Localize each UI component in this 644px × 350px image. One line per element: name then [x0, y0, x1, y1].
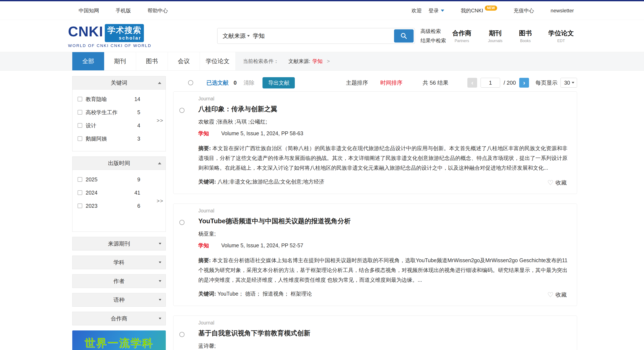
- expand-icon[interactable]: [159, 243, 161, 244]
- recharge-link[interactable]: 充值中心: [514, 7, 534, 14]
- expand-icon[interactable]: [159, 318, 161, 319]
- header-nav-item[interactable]: 图书 Books: [519, 29, 532, 43]
- result-title[interactable]: 八桂印象：传承与创新之翼: [198, 105, 568, 114]
- topbar-link[interactable]: 中国知网: [79, 7, 99, 14]
- filter-panel: 出版时间 2025 9 2024 41 2023 6 >>: [72, 157, 166, 232]
- login-link[interactable]: 登录: [428, 7, 444, 14]
- result-abstract: 摘要: 本文旨在分析德语社交媒体上知名博主在提到中国相关议题时所选取的不同视角，…: [198, 255, 568, 285]
- result-title[interactable]: 基于自我意识视角下学前教育模式创新: [198, 329, 568, 338]
- result-title[interactable]: YouTube德语频道中与中国相关议题的报道视角分析: [198, 217, 568, 226]
- expand-icon[interactable]: [159, 299, 161, 301]
- page-total: / 200: [504, 80, 516, 86]
- favorite-button[interactable]: 收藏: [547, 291, 567, 298]
- facet-item[interactable]: 高校学生工作 5: [78, 106, 160, 119]
- promo-banner[interactable]: 世界一流学科 全球学术快报: [72, 330, 166, 350]
- prev-page-button[interactable]: [468, 78, 477, 88]
- result-authors[interactable]: 农敏霞 ;张燕秋 ;马琪 ;公曦红;: [198, 118, 568, 125]
- facet-item[interactable]: 2025 9: [78, 173, 160, 186]
- search-icon: [400, 32, 408, 40]
- checkbox-icon[interactable]: [78, 136, 82, 141]
- sort-by-time[interactable]: 时间排序: [380, 79, 402, 87]
- header-nav-item[interactable]: 学位论文 EDT: [548, 29, 574, 43]
- result-select-radio[interactable]: [180, 220, 184, 225]
- filter-panel-header[interactable]: 关键词: [72, 76, 166, 90]
- search-option-links: 高级检索 结果中检索: [420, 27, 446, 45]
- filter-panel: 语种: [72, 293, 166, 307]
- export-button[interactable]: 导出文献: [262, 77, 295, 89]
- result-authors[interactable]: 蓝诗馨;: [198, 342, 568, 349]
- tab-会议[interactable]: 会议: [168, 52, 200, 70]
- checkbox-icon[interactable]: [78, 110, 82, 115]
- search-input[interactable]: [253, 28, 415, 44]
- filter-panel-title: 合作商: [111, 315, 127, 322]
- search-box: 文献来源: [217, 28, 415, 44]
- facet-item[interactable]: 鹅腿阿姨 3: [78, 132, 160, 145]
- checkbox-icon[interactable]: [78, 177, 82, 182]
- tab-图书[interactable]: 图书: [136, 52, 168, 70]
- search-button[interactable]: [394, 29, 414, 43]
- filter-panel-header[interactable]: 语种: [72, 293, 166, 306]
- more-facets-link[interactable]: >>: [157, 118, 164, 124]
- facet-item[interactable]: 2024 41: [78, 186, 160, 199]
- result-select-radio[interactable]: [180, 332, 184, 337]
- collapse-icon[interactable]: [158, 82, 161, 84]
- results-area: 已选文献 0 清除 导出文献 主题排序 时间排序 共 56 结果 / 200 每…: [173, 76, 577, 350]
- expand-icon[interactable]: [159, 280, 161, 282]
- filter-panel-title: 出版时间: [108, 159, 130, 167]
- welcome-text: 欢迎: [412, 7, 422, 14]
- page-number-input[interactable]: [480, 78, 500, 88]
- per-page-select[interactable]: 30: [560, 78, 577, 88]
- checkbox-icon[interactable]: [78, 97, 82, 101]
- filter-panel-header[interactable]: 作者: [72, 274, 166, 288]
- results-toolbar: 已选文献 0 清除 导出文献 主题排序 时间排序 共 56 结果 / 200 每…: [173, 76, 577, 89]
- facet-item[interactable]: 教育隐喻 14: [78, 93, 160, 106]
- filter-panel-title: 来源期刊: [108, 240, 130, 247]
- facet-item[interactable]: 2023 6: [78, 199, 160, 212]
- search-within-results-link[interactable]: 结果中检索: [420, 36, 446, 45]
- clear-selection-link[interactable]: 清除: [243, 79, 254, 87]
- result-select-radio[interactable]: [180, 108, 184, 113]
- condition-arrow[interactable]: >: [327, 58, 330, 64]
- favorite-button[interactable]: 收藏: [547, 179, 567, 186]
- topbar-link[interactable]: 手机版: [116, 7, 131, 14]
- result-keywords: 关键词: YouTube； 德语； 报道视角； 框架理论: [198, 290, 568, 297]
- select-all-radio[interactable]: [188, 80, 193, 85]
- result-card: Journal YouTube德语频道中与中国相关议题的报道视角分析 杨亚童; …: [173, 203, 577, 306]
- checkbox-icon[interactable]: [78, 123, 82, 128]
- topbar-link[interactable]: 帮助中心: [148, 7, 168, 14]
- new-badge: NEW: [485, 6, 497, 11]
- filter-panel-header[interactable]: 来源期刊: [72, 237, 166, 250]
- header-nav-item[interactable]: 合作商 Partners: [452, 29, 472, 43]
- advanced-search-link[interactable]: 高级检索: [420, 27, 446, 36]
- logo-cn-text: 学术搜索: [107, 25, 141, 36]
- condition-field: 文献来源:: [288, 58, 310, 65]
- header-nav: 合作商 Partners 期刊 Journals 图书 Books 学位论文 E…: [452, 29, 574, 43]
- result-authors[interactable]: 杨亚童;: [198, 230, 568, 237]
- header-nav-item[interactable]: 期刊 Journals: [488, 29, 502, 43]
- result-source-name[interactable]: 学知: [198, 130, 209, 136]
- newsletter-link[interactable]: newsletter: [551, 8, 574, 14]
- next-page-button[interactable]: [519, 78, 529, 88]
- logo-scholar-block: 学术搜索 scholar: [105, 24, 144, 42]
- result-issue-info: Volume 5, Issue 1, 2024, PP 52-57: [221, 242, 303, 248]
- result-keywords: 关键词: 八桂;非遗文化;旅游纪念品;文化创意;地方经济: [198, 178, 568, 185]
- source-dropdown[interactable]: 文献来源: [218, 32, 253, 40]
- facet-item[interactable]: 设计 4: [78, 119, 160, 132]
- filter-panel-body: 2025 9 2024 41 2023 6: [72, 170, 166, 232]
- checkbox-icon[interactable]: [78, 203, 82, 208]
- filter-panel-header[interactable]: 出版时间: [72, 157, 166, 170]
- filter-panel-header[interactable]: 合作商: [72, 312, 166, 325]
- tab-期刊[interactable]: 期刊: [104, 52, 136, 70]
- checkbox-icon[interactable]: [78, 190, 82, 195]
- result-type: Journal: [198, 320, 568, 326]
- result-source-name[interactable]: 学知: [198, 242, 209, 248]
- collapse-icon[interactable]: [158, 162, 161, 164]
- tab-全部[interactable]: 全部: [72, 52, 104, 70]
- sort-by-topic[interactable]: 主题排序: [346, 79, 368, 87]
- expand-icon[interactable]: [159, 261, 161, 263]
- my-cnki-link[interactable]: 我的CNKINEW: [461, 7, 497, 14]
- cnki-scholar-logo[interactable]: CNKI 学术搜索 scholar WORLD OF CNKI CNKI OF …: [68, 24, 151, 48]
- filter-panel-header[interactable]: 学科: [72, 256, 166, 269]
- more-facets-link[interactable]: >>: [157, 198, 164, 204]
- tab-学位论文[interactable]: 学位论文: [200, 52, 236, 70]
